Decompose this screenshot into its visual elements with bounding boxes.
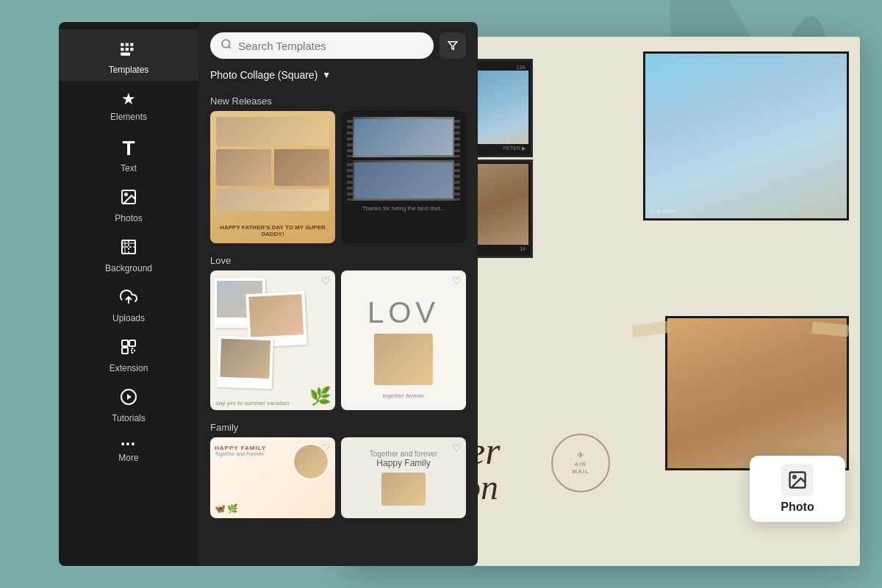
sidebar-item-uploads[interactable]: Uploads — [59, 279, 198, 329]
tmpl-photo-family-1 — [216, 149, 271, 186]
sidebar-label-extension: Extension — [110, 363, 148, 373]
tmpl-couple-photo — [374, 334, 433, 385]
airmail-stamp: ✈ AIR MAIL — [551, 434, 610, 492]
tmpl-love-caption: say yes to summer vacation — [216, 400, 289, 406]
tmpl-love-subtitle: together forever — [383, 392, 424, 399]
polaroid-photo-3 — [220, 339, 270, 379]
sidebar-item-tutorials[interactable]: Tutorials — [59, 379, 198, 429]
section-label-new-releases: New Releases — [198, 90, 478, 111]
svg-rect-2 — [121, 53, 130, 56]
sidebar-item-elements[interactable]: ★ Elements — [59, 81, 198, 128]
sidebar-item-extension[interactable]: Extension — [59, 329, 198, 379]
film-label-bottom4: 14 — [520, 246, 526, 252]
filter-button[interactable] — [440, 32, 466, 59]
sidebar-item-photos[interactable]: Photos — [59, 179, 198, 229]
svg-point-1 — [793, 476, 796, 478]
templates-panel: Photo Collage (Square) ▼ New Releases HA… — [198, 22, 478, 566]
tmpl-photo-family-2 — [274, 149, 329, 186]
film-label-bottom2: PETER ▶ — [503, 146, 526, 151]
tmpl-together-photo — [381, 473, 426, 506]
sidebar-label-more: More — [118, 453, 138, 463]
tmpl-photo-family-wide — [216, 117, 329, 146]
tmpl-butterfly-decoration: 🦋 🌿 — [215, 503, 238, 514]
tutorials-icon — [120, 388, 137, 410]
photos-icon — [120, 188, 137, 210]
template-card-love-polaroid[interactable]: ♡ 🌿 say yes to summer vacation — [210, 270, 335, 410]
svg-line-17 — [229, 46, 231, 49]
sidebar-label-uploads: Uploads — [112, 313, 145, 323]
category-label: Photo Collage (Square) — [210, 69, 318, 81]
category-dropdown-arrow: ▼ — [322, 70, 331, 80]
tmpl-film-strip-2 — [347, 160, 460, 201]
tmpl-love-word: LOV — [368, 296, 440, 329]
more-icon: ••• — [121, 438, 137, 450]
sidebar-item-more[interactable]: ••• More — [59, 429, 198, 469]
svg-point-16 — [222, 40, 230, 48]
sidebar-label-text: Text — [121, 163, 137, 173]
svg-marker-18 — [448, 42, 457, 50]
sidebar-item-templates[interactable]: Templates — [59, 29, 198, 81]
elements-icon: ★ — [121, 90, 136, 109]
sidebar: Templates ★ Elements T Text Photos — [59, 22, 198, 566]
new-releases-grid: HAPPY FATHER'S DAY TO MY SUPER DADDY! Th… — [198, 111, 478, 243]
text-icon: T — [122, 137, 135, 160]
background-icon — [120, 238, 137, 260]
love-grid: ♡ 🌿 say yes to summer vacation — [198, 270, 478, 410]
film-label-num: 12A — [517, 65, 526, 71]
tmpl-polaroid-3 — [217, 336, 273, 390]
sidebar-label-background: Background — [105, 263, 152, 273]
svg-rect-13 — [122, 348, 128, 354]
tape-decoration-1 — [631, 321, 670, 338]
tmpl-palm-icon: 🌿 — [309, 386, 331, 406]
family-grid: ♡ HAPPY FAMILY Together and Forever 🦋 🌿 … — [198, 437, 478, 518]
template-card-together[interactable]: ♡ Together and forever Happy Family — [341, 437, 466, 518]
section-label-family: Family — [198, 416, 478, 437]
search-icon — [220, 38, 232, 53]
tmpl-together-line2: Happy Family — [376, 458, 430, 468]
canvas-photo-portrait — [665, 316, 849, 470]
together-heart-icon: ♡ — [452, 442, 462, 453]
sidebar-label-photos: Photos — [115, 213, 142, 223]
category-selector[interactable]: Photo Collage (Square) ▼ — [198, 66, 478, 90]
svg-rect-11 — [122, 340, 128, 346]
search-bar-container — [198, 22, 478, 66]
tmpl-film-inner-2 — [354, 162, 453, 198]
sidebar-label-elements: Elements — [110, 112, 147, 122]
sidebar-item-background[interactable]: Background — [59, 229, 198, 279]
template-card-film[interactable]: Thanks for being the best dad... — [341, 111, 466, 243]
svg-point-4 — [125, 193, 127, 196]
uploads-icon — [120, 288, 137, 310]
love-text-heart: ♡ — [452, 275, 462, 287]
templates-icon — [119, 38, 138, 62]
svg-marker-15 — [127, 394, 132, 400]
photo-tooltip[interactable]: Photo — [750, 456, 845, 522]
tmpl-film-caption: Thanks for being the best dad... — [347, 204, 460, 213]
tmpl-photo-family-3 — [216, 189, 329, 211]
canvas-photo-cityscape: CITY VIEW — [643, 51, 849, 220]
tmpl-together-line1: Together and forever — [370, 450, 437, 458]
photo-tooltip-icon — [781, 464, 814, 496]
polaroid-photo-2 — [248, 294, 304, 337]
search-input-wrap[interactable] — [210, 32, 434, 59]
tmpl-film-inner-1 — [354, 119, 453, 155]
template-card-happy-family[interactable]: ♡ HAPPY FAMILY Together and Forever 🦋 🌿 — [210, 437, 335, 518]
photo-label-cityscape: CITY VIEW — [650, 209, 676, 214]
sidebar-label-templates: Templates — [109, 65, 149, 75]
love-heart-icon: ♡ — [321, 275, 331, 287]
sidebar-item-text[interactable]: T Text — [59, 128, 198, 179]
templates-scroll-area[interactable]: New Releases HAPPY FATHER'S DAY TO MY SU… — [198, 90, 478, 560]
tmpl-family-circle-photo — [293, 443, 329, 480]
template-card-love-text[interactable]: ♡ LOV together forever — [341, 270, 466, 410]
extension-icon — [120, 338, 137, 360]
section-label-love: Love — [198, 249, 478, 270]
sidebar-label-tutorials: Tutorials — [112, 413, 146, 423]
template-card-fathers-day[interactable]: HAPPY FATHER'S DAY TO MY SUPER DADDY! — [210, 111, 335, 243]
tmpl-fathers-caption: HAPPY FATHER'S DAY TO MY SUPER DADDY! — [210, 224, 335, 237]
svg-rect-12 — [129, 340, 135, 346]
tmpl-film-strip-1 — [347, 117, 460, 157]
search-input[interactable] — [238, 40, 423, 52]
